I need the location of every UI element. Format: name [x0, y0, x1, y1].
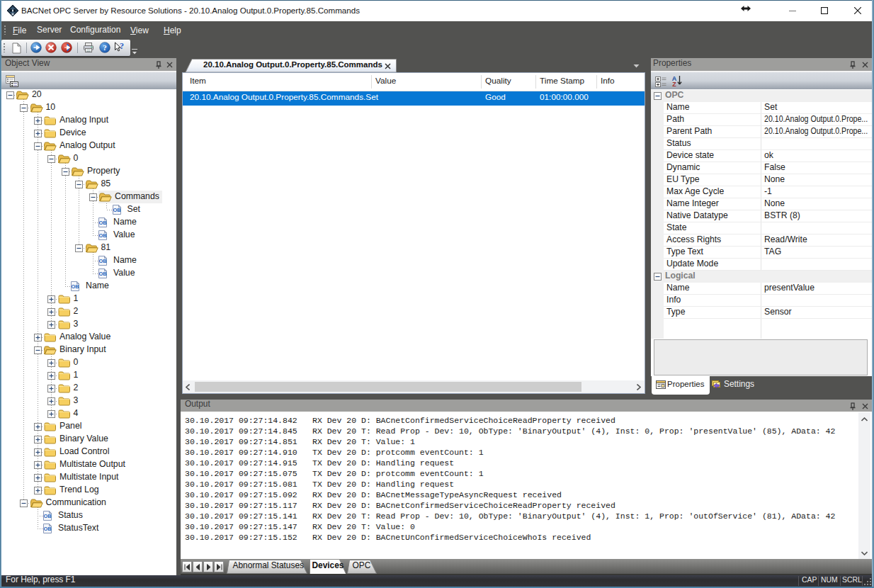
svg-text:OB: OB	[43, 513, 52, 519]
svg-text:OB: OB	[98, 258, 107, 264]
svg-text:?: ?	[103, 43, 107, 52]
svg-text:OB: OB	[98, 271, 107, 277]
svg-text:?: ?	[120, 42, 124, 51]
svg-text:OB: OB	[113, 207, 121, 213]
svg-text:OB: OB	[98, 232, 107, 239]
svg-text:OB: OB	[43, 526, 52, 532]
svg-text:OB: OB	[71, 283, 79, 290]
svg-text:Z: Z	[672, 81, 676, 87]
svg-text:OB: OB	[98, 220, 107, 226]
